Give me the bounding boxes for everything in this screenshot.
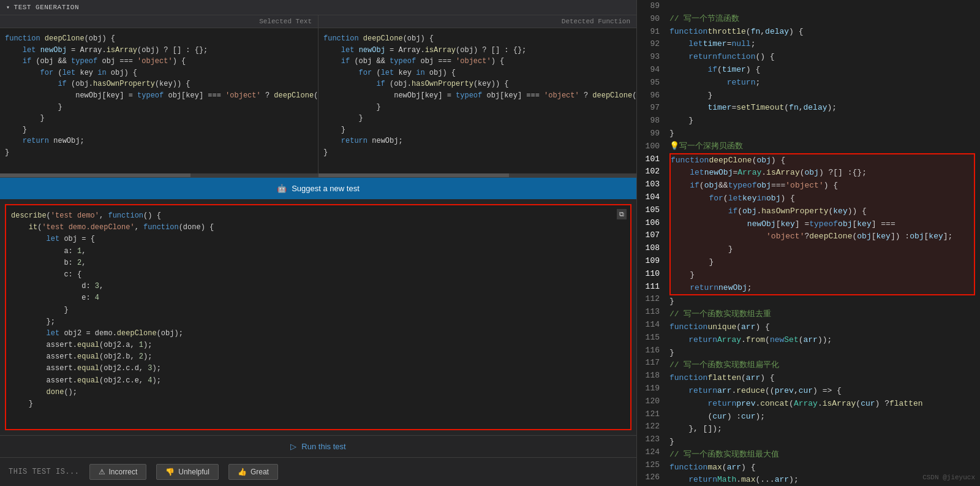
code-line-100: 💡 写一个深拷贝函数 <box>669 140 975 153</box>
detected-function-header: Detected Function <box>318 15 636 28</box>
code-line-93: return function () { <box>669 51 975 64</box>
code-line-118: function flatten(arr) { <box>669 372 975 385</box>
code-line-123: } <box>669 436 975 449</box>
left-panel: ▾ TEST GENERATION Selected Text function… <box>0 0 637 486</box>
detected-scroll[interactable] <box>318 173 636 177</box>
code-line-102: let newObj = Array.isArray(obj) ? [] : {… <box>671 167 974 180</box>
code-line-120: return prev.concat(Array.isArray(cur) ? … <box>669 398 975 411</box>
selected-scroll[interactable] <box>0 173 318 177</box>
detected-function-content: function deepClone(obj) { let newObj = A… <box>318 28 636 173</box>
code-line-124: // 写一个函数实现数组最大值 <box>669 449 975 461</box>
great-button[interactable]: 👍 Great <box>228 464 278 480</box>
code-line-110: } <box>671 269 974 282</box>
code-panels-row: Selected Text function deepClone(obj) { … <box>0 15 636 178</box>
editor-content: 89 90 91 92 93 94 95 96 97 98 99 100 101… <box>637 0 980 486</box>
incorrect-button[interactable]: ⚠ Incorrect <box>89 464 147 480</box>
code-line-108: } <box>671 243 974 256</box>
test-code-area: ⧉ describe('test demo', function() { it(… <box>5 204 631 430</box>
unhelpful-button[interactable]: 👎 Unhelpful <box>156 464 219 480</box>
code-line-106: newObj[key] = typeof obj[key] === <box>671 218 974 231</box>
code-line-99: } <box>669 127 975 140</box>
code-line-91: function throttle(fn, delay) { <box>669 26 975 39</box>
run-icon: ▷ <box>290 442 296 451</box>
code-line-97: timer = setTimeout(fn, delay); <box>669 102 975 115</box>
unhelpful-icon: 👎 <box>165 468 175 476</box>
code-line-103: if (obj && typeof obj === 'object') { <box>671 180 974 192</box>
great-icon: 👍 <box>238 468 247 476</box>
code-line-89 <box>669 0 975 13</box>
code-line-104: for (let key in obj) { <box>671 192 974 205</box>
code-line-116: } <box>669 347 975 360</box>
selected-text-header: Selected Text <box>0 15 318 28</box>
code-line-119: return arr.reduce((prev, cur) => { <box>669 385 975 398</box>
selected-text-panel: Selected Text function deepClone(obj) { … <box>0 15 318 177</box>
code-line-92: let timer = null; <box>669 38 975 51</box>
code-line-107: 'object' ? deepClone(obj[key]) : obj[key… <box>671 230 974 243</box>
code-line-98: } <box>669 115 975 127</box>
right-panel: 89 90 91 92 93 94 95 96 97 98 99 100 101… <box>637 0 980 486</box>
copy-button[interactable]: ⧉ <box>617 209 627 219</box>
detected-function-panel: Detected Function function deepClone(obj… <box>318 15 636 177</box>
test-gen-header: ▾ TEST GENERATION <box>0 0 636 15</box>
feedback-area: THIS TEST IS... ⚠ Incorrect 👎 Unhelpful … <box>0 457 636 486</box>
code-line-90: // 写一个节流函数 <box>669 13 975 26</box>
selected-text-content: function deepClone(obj) { let newObj = A… <box>0 28 318 173</box>
code-line-95: return; <box>669 77 975 89</box>
code-line-112: } <box>669 295 975 308</box>
line-numbers: 89 90 91 92 93 94 95 96 97 98 99 100 101… <box>637 0 665 486</box>
suggest-button[interactable]: 🤖 Suggest a new test <box>0 178 636 199</box>
run-test-button[interactable]: ▷ Run this test <box>0 435 636 457</box>
chevron-icon: ▾ <box>6 4 10 11</box>
code-line-94: if (timer) { <box>669 64 975 77</box>
code-line-117: // 写一个函数实现数组扁平化 <box>669 359 975 372</box>
code-line-105: if (obj.hasOwnProperty(key)) { <box>671 205 974 218</box>
code-line-96: } <box>669 89 975 102</box>
code-line-122: }, []); <box>669 423 975 436</box>
code-line-113: // 写一个函数实现数组去重 <box>669 308 975 321</box>
watermark: CSDN @jieyucx <box>922 473 975 484</box>
code-lines: // 写一个节流函数 function throttle(fn, delay) … <box>665 0 980 486</box>
incorrect-icon: ⚠ <box>99 468 105 476</box>
code-line-111: return newObj; <box>671 282 974 295</box>
code-line-101: function deepClone(obj) { <box>671 154 974 167</box>
code-line-125: function max(arr) { <box>669 461 975 474</box>
code-line-109: } <box>671 256 974 269</box>
code-line-114: function unique(arr) { <box>669 321 975 334</box>
code-line-121: (cur) : cur); <box>669 411 975 423</box>
test-gen-title: TEST GENERATION <box>14 4 80 11</box>
feedback-label: THIS TEST IS... <box>9 468 80 476</box>
code-line-115: return Array.from(new Set(arr)); <box>669 334 975 347</box>
suggest-icon: 🤖 <box>277 184 287 193</box>
